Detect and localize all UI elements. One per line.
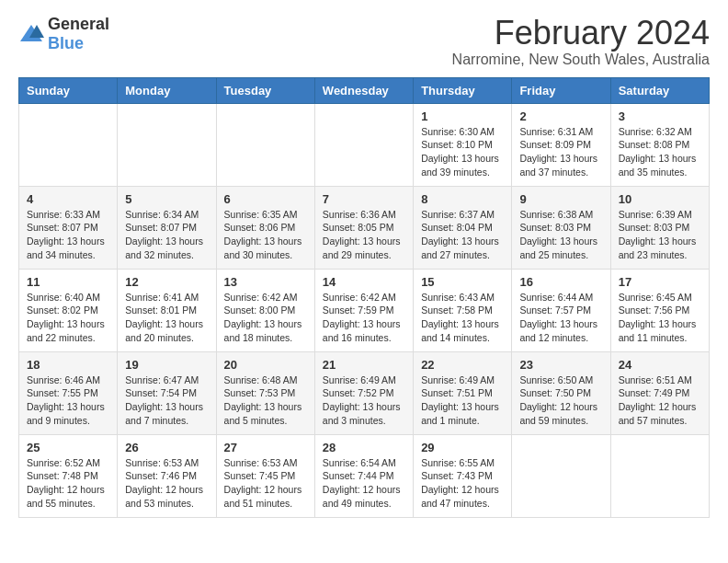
day-detail: Sunrise: 6:38 AM Sunset: 8:03 PM Dayligh… [519, 208, 602, 262]
day-detail: Sunrise: 6:46 AM Sunset: 7:55 PM Dayligh… [27, 373, 109, 428]
day-number: 1 [421, 109, 504, 123]
day-detail: Sunrise: 6:35 AM Sunset: 8:06 PM Dayligh… [224, 208, 307, 262]
calendar-cell: 21Sunrise: 6:49 AM Sunset: 7:52 PM Dayli… [314, 351, 413, 434]
day-number: 13 [224, 275, 307, 289]
logo: General Blue [18, 15, 109, 53]
calendar-cell: 19Sunrise: 6:47 AM Sunset: 7:54 PM Dayli… [118, 351, 216, 434]
calendar-cell: 7Sunrise: 6:36 AM Sunset: 8:05 PM Daylig… [314, 186, 413, 269]
day-number: 28 [323, 441, 405, 454]
day-detail: Sunrise: 6:51 AM Sunset: 7:49 PM Dayligh… [619, 373, 701, 428]
day-number: 16 [519, 275, 602, 289]
calendar-cell: 24Sunrise: 6:51 AM Sunset: 7:49 PM Dayli… [610, 351, 709, 434]
calendar-week-row: 4Sunrise: 6:33 AM Sunset: 8:07 PM Daylig… [19, 186, 710, 269]
day-detail: Sunrise: 6:44 AM Sunset: 7:57 PM Dayligh… [519, 291, 602, 345]
day-detail: Sunrise: 6:40 AM Sunset: 8:02 PM Dayligh… [27, 291, 109, 345]
calendar-header-row: SundayMondayTuesdayWednesdayThursdayFrid… [19, 77, 710, 103]
day-number: 15 [421, 275, 504, 289]
calendar-header-friday: Friday [512, 77, 610, 103]
day-number: 22 [421, 358, 504, 372]
calendar-week-row: 25Sunrise: 6:52 AM Sunset: 7:48 PM Dayli… [19, 434, 710, 517]
day-number: 23 [519, 358, 602, 372]
calendar-cell: 29Sunrise: 6:55 AM Sunset: 7:43 PM Dayli… [414, 434, 512, 517]
day-number: 21 [323, 358, 405, 372]
calendar-header-thursday: Thursday [414, 77, 512, 103]
calendar-cell [512, 434, 610, 517]
calendar-cell: 22Sunrise: 6:49 AM Sunset: 7:51 PM Dayli… [414, 351, 512, 434]
calendar-cell: 12Sunrise: 6:41 AM Sunset: 8:01 PM Dayli… [118, 269, 216, 351]
logo-blue: Blue [48, 34, 84, 52]
calendar-cell: 1Sunrise: 6:30 AM Sunset: 8:10 PM Daylig… [414, 103, 512, 186]
calendar-cell [314, 103, 413, 186]
calendar-cell: 3Sunrise: 6:32 AM Sunset: 8:08 PM Daylig… [610, 103, 709, 186]
calendar-cell [216, 103, 314, 186]
calendar-cell [118, 103, 216, 186]
day-number: 12 [125, 275, 208, 289]
calendar-table: SundayMondayTuesdayWednesdayThursdayFrid… [18, 77, 710, 518]
day-detail: Sunrise: 6:34 AM Sunset: 8:07 PM Dayligh… [125, 208, 208, 262]
day-number: 26 [125, 441, 208, 454]
day-number: 8 [421, 192, 504, 206]
calendar-cell: 6Sunrise: 6:35 AM Sunset: 8:06 PM Daylig… [216, 186, 314, 269]
day-detail: Sunrise: 6:54 AM Sunset: 7:44 PM Dayligh… [323, 456, 405, 511]
subtitle: Narromine, New South Wales, Australia [452, 52, 710, 68]
day-detail: Sunrise: 6:53 AM Sunset: 7:45 PM Dayligh… [224, 456, 307, 511]
header: General Blue February 2024 Narromine, Ne… [18, 15, 710, 68]
logo-text: General Blue [48, 15, 109, 53]
day-detail: Sunrise: 6:30 AM Sunset: 8:10 PM Dayligh… [421, 125, 504, 179]
calendar-cell: 27Sunrise: 6:53 AM Sunset: 7:45 PM Dayli… [216, 434, 314, 517]
day-detail: Sunrise: 6:41 AM Sunset: 8:01 PM Dayligh… [125, 291, 208, 345]
day-detail: Sunrise: 6:43 AM Sunset: 7:58 PM Dayligh… [421, 291, 504, 345]
calendar-cell: 17Sunrise: 6:45 AM Sunset: 7:56 PM Dayli… [610, 269, 709, 351]
calendar-cell: 20Sunrise: 6:48 AM Sunset: 7:53 PM Dayli… [216, 351, 314, 434]
calendar-cell: 14Sunrise: 6:42 AM Sunset: 7:59 PM Dayli… [314, 269, 413, 351]
day-detail: Sunrise: 6:36 AM Sunset: 8:05 PM Dayligh… [323, 208, 405, 262]
calendar-cell: 9Sunrise: 6:38 AM Sunset: 8:03 PM Daylig… [512, 186, 610, 269]
logo-icon [18, 21, 44, 47]
calendar-cell: 4Sunrise: 6:33 AM Sunset: 8:07 PM Daylig… [19, 186, 118, 269]
day-detail: Sunrise: 6:52 AM Sunset: 7:48 PM Dayligh… [27, 456, 109, 511]
day-detail: Sunrise: 6:53 AM Sunset: 7:46 PM Dayligh… [125, 456, 208, 511]
day-number: 2 [519, 109, 602, 123]
day-detail: Sunrise: 6:33 AM Sunset: 8:07 PM Dayligh… [27, 208, 109, 262]
day-number: 10 [619, 192, 701, 206]
day-number: 14 [323, 275, 405, 289]
day-number: 6 [224, 192, 307, 206]
main-title: February 2024 [452, 15, 710, 52]
day-detail: Sunrise: 6:37 AM Sunset: 8:04 PM Dayligh… [421, 208, 504, 262]
day-number: 9 [519, 192, 602, 206]
calendar-cell: 13Sunrise: 6:42 AM Sunset: 8:00 PM Dayli… [216, 269, 314, 351]
calendar-header-sunday: Sunday [19, 77, 118, 103]
calendar-cell: 8Sunrise: 6:37 AM Sunset: 8:04 PM Daylig… [414, 186, 512, 269]
day-detail: Sunrise: 6:42 AM Sunset: 8:00 PM Dayligh… [224, 291, 307, 345]
calendar-week-row: 18Sunrise: 6:46 AM Sunset: 7:55 PM Dayli… [19, 351, 710, 434]
day-number: 11 [27, 275, 109, 289]
calendar-header-saturday: Saturday [610, 77, 709, 103]
day-detail: Sunrise: 6:55 AM Sunset: 7:43 PM Dayligh… [421, 456, 504, 511]
calendar-week-row: 1Sunrise: 6:30 AM Sunset: 8:10 PM Daylig… [19, 103, 710, 186]
day-detail: Sunrise: 6:45 AM Sunset: 7:56 PM Dayligh… [619, 291, 701, 345]
calendar-cell: 5Sunrise: 6:34 AM Sunset: 8:07 PM Daylig… [118, 186, 216, 269]
day-number: 25 [27, 441, 109, 454]
day-number: 20 [224, 358, 307, 372]
day-number: 19 [125, 358, 208, 372]
calendar-header-tuesday: Tuesday [216, 77, 314, 103]
calendar-cell: 11Sunrise: 6:40 AM Sunset: 8:02 PM Dayli… [19, 269, 118, 351]
day-detail: Sunrise: 6:50 AM Sunset: 7:50 PM Dayligh… [519, 373, 602, 428]
calendar-cell [19, 103, 118, 186]
calendar-cell: 26Sunrise: 6:53 AM Sunset: 7:46 PM Dayli… [118, 434, 216, 517]
calendar-cell: 23Sunrise: 6:50 AM Sunset: 7:50 PM Dayli… [512, 351, 610, 434]
title-area: February 2024 Narromine, New South Wales… [452, 15, 710, 68]
day-number: 3 [619, 109, 701, 123]
day-detail: Sunrise: 6:49 AM Sunset: 7:52 PM Dayligh… [323, 373, 405, 428]
calendar-cell: 10Sunrise: 6:39 AM Sunset: 8:03 PM Dayli… [610, 186, 709, 269]
calendar-cell [610, 434, 709, 517]
day-number: 17 [619, 275, 701, 289]
day-number: 27 [224, 441, 307, 454]
calendar-cell: 28Sunrise: 6:54 AM Sunset: 7:44 PM Dayli… [314, 434, 413, 517]
day-detail: Sunrise: 6:39 AM Sunset: 8:03 PM Dayligh… [619, 208, 701, 262]
day-detail: Sunrise: 6:32 AM Sunset: 8:08 PM Dayligh… [619, 125, 701, 179]
day-detail: Sunrise: 6:42 AM Sunset: 7:59 PM Dayligh… [323, 291, 405, 345]
calendar-cell: 15Sunrise: 6:43 AM Sunset: 7:58 PM Dayli… [414, 269, 512, 351]
day-number: 4 [27, 192, 109, 206]
day-detail: Sunrise: 6:47 AM Sunset: 7:54 PM Dayligh… [125, 373, 208, 428]
